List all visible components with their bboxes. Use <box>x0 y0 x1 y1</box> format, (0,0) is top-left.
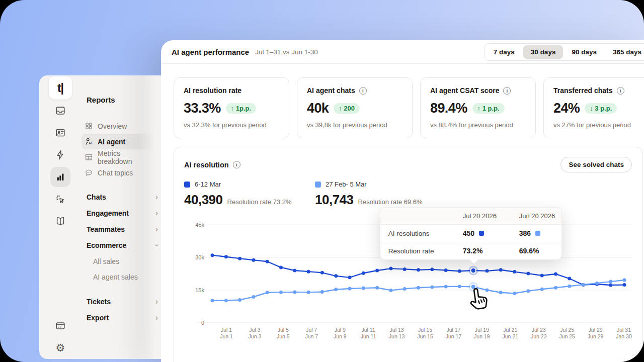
kpi-card-csat-score: AI agent CSAT scorei 89.4% ↑ 1 p.p. vs 8… <box>420 77 536 138</box>
tooltip-row-rate: Resolution rate 73.2% 69.6% <box>380 242 561 259</box>
kpi-card-resolution-rate: AI resolution rate 33.3% ↑ 1p.p. vs 32.3… <box>174 77 289 138</box>
kpi-title: AI agent CSAT score <box>430 86 499 95</box>
svg-text:Jul 31: Jul 31 <box>617 327 631 333</box>
sidebar-item-label: AI agent <box>98 138 125 146</box>
kpi-card-transferred-chats: Transferred chatsi 24% ↓ 3 p.p. vs 27% f… <box>543 77 644 138</box>
tooltip-swatch-lightblue <box>535 231 540 236</box>
tooltip-col-previous: Jun 20 2026 <box>519 212 568 220</box>
sidebar-item-ai-agent[interactable]: AI AI agent <box>82 134 159 149</box>
range-30-days[interactable]: 30 days <box>523 45 564 59</box>
svg-text:Jun 7: Jun 7 <box>305 333 318 339</box>
svg-text:Jul 15: Jul 15 <box>418 327 432 333</box>
chart-tooltip: Jul 20 2026 Jun 20 2026 AI resolutions 4… <box>380 207 562 260</box>
hand-cursor-icon <box>465 284 495 316</box>
date-range-selector: 7 days 30 days 90 days 365 days <box>484 43 644 61</box>
chevron-right-icon: › <box>155 193 158 201</box>
sidebar-item-metrics-breakdown[interactable]: Metrics breakdown <box>82 149 159 165</box>
sidebar-group-engagement[interactable]: Engagement› <box>82 205 161 221</box>
svg-text:30k: 30k <box>195 254 204 260</box>
range-90-days[interactable]: 90 days <box>564 45 604 59</box>
sidebar-item-ai-agent-sales[interactable]: AI agent sales <box>82 269 161 285</box>
kpi-cards-row: AI resolution rate 33.3% ↑ 1p.p. vs 32.3… <box>174 77 644 138</box>
svg-text:Jun 15: Jun 15 <box>417 333 433 339</box>
legend-rate: Resolution rate 69.6% <box>358 198 423 206</box>
svg-text:Jun 11: Jun 11 <box>361 333 376 339</box>
svg-text:Jun 21: Jun 21 <box>503 333 519 339</box>
info-icon[interactable]: i <box>233 161 240 168</box>
legend-swatch-navy <box>184 182 190 188</box>
inbox-icon[interactable] <box>54 105 66 117</box>
chevron-right-icon: › <box>155 209 158 217</box>
svg-text:Jan 30: Jan 30 <box>616 333 632 339</box>
svg-text:Jun 17: Jun 17 <box>446 333 462 339</box>
sidebar-group-chats[interactable]: Chats› <box>82 189 161 205</box>
legend-swatch-lightblue <box>315 182 321 188</box>
ai-resolution-chart-card: AI resolutioni See solved chats 6-12 Mar… <box>174 147 642 362</box>
book-icon[interactable] <box>54 215 66 227</box>
lightning-icon[interactable] <box>54 149 66 161</box>
kpi-title: Transferred chats <box>553 86 613 95</box>
sidebar-group-teammates[interactable]: Teammates› <box>82 221 161 237</box>
credit-card-icon[interactable] <box>54 320 66 332</box>
info-icon[interactable]: i <box>503 87 511 95</box>
svg-text:Jul 7: Jul 7 <box>306 327 317 333</box>
nav-section-title: Reports <box>82 96 161 104</box>
legend-rate: Resolution rate 73.2% <box>227 198 292 206</box>
kpi-comparison: vs 32.3% for previous period <box>184 121 279 129</box>
svg-text:Jul 5: Jul 5 <box>278 327 289 333</box>
kpi-title: AI agent chats <box>307 86 355 95</box>
chevron-right-icon: › <box>155 314 158 322</box>
bar-chart-icon[interactable] <box>50 167 70 187</box>
date-range-label: Jul 1–31 vs Jun 1-30 <box>255 48 318 56</box>
tooltip-row-resolutions: AI resolutions 450 386 <box>380 225 561 242</box>
sidebar-group-export[interactable]: Export› <box>82 310 161 326</box>
svg-text:Jun 1: Jun 1 <box>220 333 233 339</box>
svg-text:Jul 11: Jul 11 <box>362 327 375 333</box>
svg-text:Jun 25: Jun 25 <box>559 333 575 339</box>
table-icon <box>85 153 93 161</box>
gear-icon[interactable]: ⚙ <box>54 342 66 354</box>
see-solved-chats-button[interactable]: See solved chats <box>560 157 632 172</box>
cursor-click-icon[interactable] <box>54 193 66 205</box>
sidebar-item-label: Metrics breakdown <box>98 149 156 165</box>
icon-rail: t| ⚙ <box>39 75 82 359</box>
kpi-card-agent-chats: AI agent chatsi 40k ↑ 200 vs 39,8k for p… <box>297 77 413 138</box>
contact-card-icon[interactable] <box>54 127 66 139</box>
kpi-change-badge: ↑ 1 p.p. <box>472 103 505 114</box>
ai-agent-icon: AI <box>85 137 93 146</box>
chevron-right-icon: › <box>155 225 158 233</box>
sidebar-item-all-sales[interactable]: All sales <box>82 253 161 269</box>
kpi-value: 89.4% <box>430 101 467 116</box>
svg-text:Jul 9: Jul 9 <box>335 327 346 333</box>
svg-text:15k: 15k <box>195 287 204 293</box>
panel-header: AI agent performance Jul 1–31 vs Jun 1-3… <box>161 40 644 64</box>
grid-icon <box>85 122 93 130</box>
svg-text:Jul 23: Jul 23 <box>532 327 546 333</box>
svg-text:45k: 45k <box>195 222 204 228</box>
kpi-change-badge: ↑ 200 <box>334 103 360 114</box>
sidebar-item-chat-topics[interactable]: Chat topics <box>82 165 159 180</box>
svg-text:Jul 3: Jul 3 <box>249 327 260 333</box>
range-7-days[interactable]: 7 days <box>486 45 522 59</box>
kpi-comparison: vs 39,8k for previous period <box>307 121 403 129</box>
info-icon[interactable]: i <box>359 87 367 95</box>
legend-value: 10,743 <box>315 192 354 208</box>
svg-text:Jul 25: Jul 25 <box>560 327 574 333</box>
sidebar-group-tickets[interactable]: Tickets› <box>82 294 161 310</box>
sidebar-group-ecommerce[interactable]: Ecommerce› <box>82 237 161 253</box>
info-icon[interactable]: i <box>617 87 624 95</box>
svg-text:AI: AI <box>89 142 92 145</box>
chevron-down-icon: › <box>152 244 160 246</box>
kpi-value: 24% <box>553 101 580 116</box>
sidebar-item-overview[interactable]: Overview <box>82 118 159 134</box>
svg-text:0: 0 <box>201 320 204 326</box>
range-365-days[interactable]: 365 days <box>605 45 644 59</box>
app-logo[interactable]: t| <box>49 76 72 100</box>
app-canvas: t| ⚙ Repo <box>0 0 644 362</box>
chart-legends: 6-12 Mar 40,390 Resolution rate 73.2% 27… <box>184 180 632 208</box>
svg-text:Jun 19: Jun 19 <box>474 333 490 339</box>
svg-text:Jun 9: Jun 9 <box>334 333 347 339</box>
chevron-right-icon: › <box>155 298 158 306</box>
sidebar-nav: Reports Overview AI AI agent Metrics bre… <box>82 75 161 359</box>
line-chart[interactable]: 45k30k15k0Jul 1Jun 1Jul 3Jun 3Jul 5Jun 5… <box>184 215 632 341</box>
